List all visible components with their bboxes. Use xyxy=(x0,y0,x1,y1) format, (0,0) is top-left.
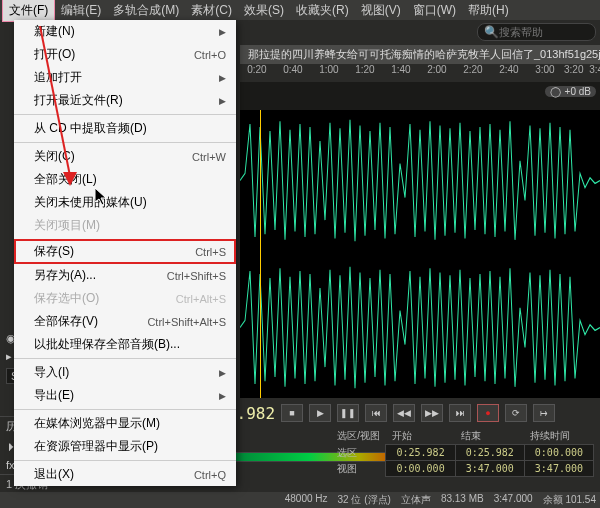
selection-view-panel: 选区/视图 开始 结束 持续时间 选区 0:25.982 0:25.982 0:… xyxy=(331,428,594,477)
file-menu-dropdown: 新建(N)▶ 打开(O)Ctrl+O 追加打开▶ 打开最近文件(R)▶ 从 CD… xyxy=(14,20,236,486)
status-ch: 立体声 xyxy=(401,493,431,507)
playhead[interactable] xyxy=(260,110,261,398)
menu-favorites[interactable]: 收藏夹(R) xyxy=(290,0,355,21)
skip-back-button[interactable]: ⏮ xyxy=(365,404,387,422)
menu-append-open[interactable]: 追加打开▶ xyxy=(14,66,236,89)
timeline-ruler[interactable]: 0:20 0:40 1:00 1:20 1:40 2:00 2:20 2:40 … xyxy=(240,64,600,82)
menubar: 文件(F) 编辑(E) 多轨合成(M) 素材(C) 效果(S) 收藏夹(R) 视… xyxy=(0,0,600,20)
help-search-input[interactable] xyxy=(499,26,589,38)
menu-save[interactable]: 保存(S)Ctrl+S xyxy=(14,239,236,264)
menu-extract-cd[interactable]: 从 CD 中提取音频(D) xyxy=(14,114,236,140)
chevron-right-icon: ▶ xyxy=(219,27,226,37)
view-start[interactable]: 0:00.000 xyxy=(386,461,455,477)
status-free: 余额 101.54 xyxy=(543,493,596,507)
menu-effects[interactable]: 效果(S) xyxy=(238,0,290,21)
menu-edit[interactable]: 编辑(E) xyxy=(55,0,107,21)
status-dur: 3:47.000 xyxy=(494,493,533,507)
menu-file[interactable]: 文件(F) xyxy=(2,0,55,22)
record-button[interactable]: ● xyxy=(477,404,499,422)
menu-batch-save[interactable]: 以批处理保存全部音频(B)... xyxy=(14,333,236,356)
rewind-button[interactable]: ◀◀ xyxy=(393,404,415,422)
forward-button[interactable]: ▶▶ xyxy=(421,404,443,422)
menu-reveal-explorer[interactable]: 在资源管理器中显示(P) xyxy=(14,435,236,458)
search-icon: 🔍 xyxy=(484,25,499,39)
view-end[interactable]: 3:47.000 xyxy=(455,461,524,477)
tick: 0:40 xyxy=(283,64,302,75)
skip-fwd-button[interactable]: ⏭ xyxy=(449,404,471,422)
menu-close-session: 关闭项目(M) xyxy=(14,214,236,237)
menu-help[interactable]: 帮助(H) xyxy=(462,0,515,21)
status-bit: 32 位 (浮点) xyxy=(338,493,391,507)
waveform-canvas[interactable] xyxy=(240,110,600,398)
tick: 1:40 xyxy=(391,64,410,75)
tick: 3:40 xyxy=(589,64,600,75)
volume-value: +0 dB xyxy=(565,86,591,97)
menu-multitrack[interactable]: 多轨合成(M) xyxy=(107,0,185,21)
col-end: 结束 xyxy=(455,428,524,445)
menu-open[interactable]: 打开(O)Ctrl+O xyxy=(14,43,236,66)
menu-save-all[interactable]: 全部保存(V)Ctrl+Shift+Alt+S xyxy=(14,310,236,333)
menu-close-all[interactable]: 全部关闭(L) xyxy=(14,168,236,191)
tick: 3:20 xyxy=(564,64,583,75)
menu-export[interactable]: 导出(E)▶ xyxy=(14,384,236,407)
tick: 2:00 xyxy=(427,64,446,75)
chevron-right-icon: ▶ xyxy=(219,391,226,401)
menu-close[interactable]: 关闭(C)Ctrl+W xyxy=(14,142,236,168)
menu-view[interactable]: 视图(V) xyxy=(355,0,407,21)
sel-end[interactable]: 0:25.982 xyxy=(455,445,524,461)
play-button[interactable]: ▶ xyxy=(309,404,331,422)
stop-button[interactable]: ■ xyxy=(281,404,303,422)
tick: 1:20 xyxy=(355,64,374,75)
menu-import[interactable]: 导入(I)▶ xyxy=(14,358,236,384)
tick: 1:00 xyxy=(319,64,338,75)
chevron-right-icon: ▶ xyxy=(219,368,226,378)
tick: 0:20 xyxy=(247,64,266,75)
transport-bar: 0:25.982 ■ ▶ ❚❚ ⏮ ◀◀ ▶▶ ⏭ ● ⟳ ↦ xyxy=(190,398,600,428)
row-sel: 选区 xyxy=(331,445,386,461)
sel-dur[interactable]: 0:00.000 xyxy=(524,445,593,461)
skip-sel-button[interactable]: ↦ xyxy=(533,404,555,422)
menu-save-as[interactable]: 另存为(A)...Ctrl+Shift+S xyxy=(14,264,236,287)
tick: 3:00 xyxy=(535,64,554,75)
col-dur: 持续时间 xyxy=(524,428,593,445)
knob-icon: ◯ xyxy=(550,86,561,97)
waveform-right xyxy=(240,257,600,398)
loop-button[interactable]: ⟳ xyxy=(505,404,527,422)
tab-audiofile[interactable]: 那拉提的四川养蜂女给可可托海痴情的哈萨克牧羊人回信了_013hf51g25joh… xyxy=(240,45,600,64)
menu-exit[interactable]: 退出(X)Ctrl+Q xyxy=(14,460,236,486)
menu-save-selection: 保存选中(O)Ctrl+Alt+S xyxy=(14,287,236,310)
sel-start[interactable]: 0:25.982 xyxy=(386,445,455,461)
pause-button[interactable]: ❚❚ xyxy=(337,404,359,422)
menu-window[interactable]: 窗口(W) xyxy=(407,0,462,21)
status-hz: 48000 Hz xyxy=(285,493,328,507)
chevron-right-icon: ▶ xyxy=(219,96,226,106)
sel-title: 选区/视图 xyxy=(331,428,386,445)
status-bar: 48000 Hz 32 位 (浮点) 立体声 83.13 MB 3:47.000… xyxy=(0,492,600,508)
tick: 2:40 xyxy=(499,64,518,75)
menu-recent[interactable]: 打开最近文件(R)▶ xyxy=(14,89,236,112)
menu-close-unused[interactable]: 关闭未使用的媒体(U) xyxy=(14,191,236,214)
waveform-left xyxy=(240,110,600,251)
help-search[interactable]: 🔍 xyxy=(477,23,596,41)
status-size: 83.13 MB xyxy=(441,493,484,507)
menu-new[interactable]: 新建(N)▶ xyxy=(14,20,236,43)
chevron-right-icon: ▶ xyxy=(219,73,226,83)
menu-reveal-mediabrowser[interactable]: 在媒体浏览器中显示(M) xyxy=(14,409,236,435)
volume-knob[interactable]: ◯ +0 dB xyxy=(545,86,596,97)
col-start: 开始 xyxy=(386,428,455,445)
waveform-editor: 0:20 0:40 1:00 1:20 1:40 2:00 2:20 2:40 … xyxy=(240,64,600,398)
row-view: 视图 xyxy=(331,461,386,477)
menu-clip[interactable]: 素材(C) xyxy=(185,0,238,21)
view-dur[interactable]: 3:47.000 xyxy=(524,461,593,477)
tick: 2:20 xyxy=(463,64,482,75)
bottom-panel: 0:25.982 ■ ▶ ❚❚ ⏮ ◀◀ ▶▶ ⏭ ● ⟳ ↦ 电平 选区/视图… xyxy=(190,398,600,508)
